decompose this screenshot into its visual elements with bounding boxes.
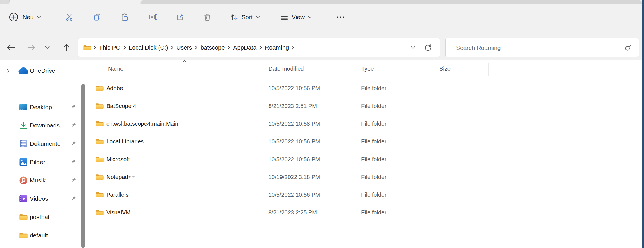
file-row[interactable]: Adobe10/5/2022 10:56 PMFile folder [86,79,642,97]
file-type: File folder [361,209,386,216]
sidebar-item-onedrive[interactable]: OneDrive [0,62,86,80]
onedrive-cloud-icon [18,67,29,74]
sidebar-item-desktop[interactable]: Desktop [0,98,86,116]
sidebar-item-default[interactable]: default [0,226,86,245]
file-name: Adobe [106,85,123,92]
sidebar-item-label: Desktop [30,104,52,111]
column-divider[interactable] [359,63,359,76]
column-header-size[interactable]: Size [439,66,451,72]
breadcrumb-item[interactable]: AppData [230,44,259,51]
view-button[interactable]: View [277,8,315,26]
address-bar[interactable]: This PCLocal Disk (C:)UsersbatscopeAppDa… [78,38,440,57]
copy-button[interactable] [89,9,105,26]
column-header-type[interactable]: Type [361,66,374,72]
sidebar-item-bilder[interactable]: Bilder [0,153,86,171]
sidebar-item-downloads[interactable]: Downloads [0,116,86,135]
folder-icon [96,103,104,109]
navigation-bar: This PCLocal Disk (C:)UsersbatscopeAppDa… [0,31,642,60]
up-arrow-icon [63,44,70,52]
search-icon [625,44,632,51]
folder-icon [18,214,29,221]
file-type: File folder [361,85,386,92]
breadcrumb-item[interactable]: Local Disk (C:) [126,44,171,51]
file-name: Parallels [106,192,129,198]
search-box[interactable] [445,38,639,57]
pin-icon [70,159,77,165]
column-header-name[interactable]: Name [108,66,123,72]
chevron-down-icon [256,16,260,19]
back-button[interactable] [3,39,19,56]
search-input[interactable] [455,38,611,57]
breadcrumb: This PCLocal Disk (C:)UsersbatscopeAppDa… [93,44,295,51]
pin-icon [70,196,77,202]
delete-button[interactable] [199,9,215,26]
file-type: File folder [361,192,386,198]
file-name: ch.wsl.batscope4.main.Main [106,121,178,127]
file-date-modified: 10/5/2022 10:56 PM [268,85,320,92]
sort-button[interactable]: Sort [227,8,263,26]
file-date-modified: 10/5/2022 10:56 PM [268,138,320,145]
explorer-tab[interactable] [141,0,642,4]
sidebar-item-dokumente[interactable]: Dokumente [0,135,86,153]
view-button-label: View [292,14,305,21]
sidebar-item-label: OneDrive [30,67,55,74]
column-divider[interactable] [266,63,266,76]
forward-arrow-icon [27,44,36,51]
cut-button[interactable] [61,9,77,26]
column-divider[interactable] [437,63,437,76]
recent-locations-button[interactable] [41,39,54,56]
downloads-icon [18,121,29,130]
address-dropdown-button[interactable] [405,38,421,57]
sidebar-item-videos[interactable]: Videos [0,190,86,208]
up-button[interactable] [58,39,74,56]
new-button[interactable]: Neu [5,8,44,26]
forward-button[interactable] [23,39,39,56]
breadcrumb-item[interactable]: This PC [96,44,123,51]
chevron-down-icon [37,16,41,19]
column-header-date-modified[interactable]: Date modified [268,66,304,72]
file-type: File folder [361,156,386,163]
sidebar: OneDrive DesktopDownloadsDokumenteBilder… [0,60,86,248]
sidebar-item-label: default [30,232,48,239]
sidebar-scrollbar[interactable] [81,84,85,248]
file-row[interactable]: VisualVM8/21/2023 2:25 PMFile folder [86,204,642,221]
file-row[interactable]: ch.wsl.batscope4.main.Main10/5/2022 10:5… [86,115,642,133]
folder-icon [96,138,104,145]
file-row[interactable]: BatScope 48/21/2023 2:51 PMFile folder [86,97,642,115]
paste-icon [121,13,129,21]
share-button[interactable] [172,9,188,26]
pin-icon [70,141,77,147]
breadcrumb-separator-icon [94,46,96,50]
sort-button-label: Sort [242,14,253,21]
sidebar-item-musik[interactable]: Musik [0,171,86,190]
rename-button[interactable] [145,9,161,26]
paste-button[interactable] [117,9,133,26]
desktop-icon [18,103,29,111]
more-options-button[interactable] [333,9,349,26]
breadcrumb-separator-icon [228,46,230,50]
chevron-down-icon [45,46,50,49]
file-date-modified: 10/5/2022 10:56 PM [268,156,320,163]
file-row[interactable]: Parallels10/5/2022 10:56 PMFile folder [86,186,642,204]
breadcrumb-item[interactable]: batscope [198,44,227,51]
toolbar-divider [327,11,327,27]
sidebar-item-postbat[interactable]: postbat [0,208,86,226]
file-date-modified: 10/5/2022 10:58 PM [268,121,320,127]
new-button-label: Neu [23,14,34,21]
file-date-modified: 10/19/2022 3:18 PM [268,174,320,180]
refresh-button[interactable] [420,38,436,57]
file-row[interactable]: Local Libraries10/5/2022 10:56 PMFile fo… [86,133,642,150]
scissors-icon [65,13,73,21]
breadcrumb-item[interactable]: Roaming [262,44,291,51]
file-date-modified: 8/21/2023 2:25 PM [268,209,317,216]
breadcrumb-separator-icon [123,46,126,50]
file-row[interactable]: Notepad++10/19/2022 3:18 PMFile folder [86,168,642,186]
breadcrumb-item[interactable]: Users [174,44,195,51]
chevron-right-icon[interactable] [6,68,10,73]
file-list-rows: Adobe10/5/2022 10:56 PMFile folderBatSco… [86,79,642,221]
sidebar-item-label: Downloads [30,122,60,129]
pictures-icon [18,158,29,166]
column-divider[interactable] [488,63,489,76]
file-row[interactable]: Microsoft10/5/2022 10:56 PMFile folder [86,150,642,168]
column-headers: Name Date modified Type Size [86,61,642,77]
